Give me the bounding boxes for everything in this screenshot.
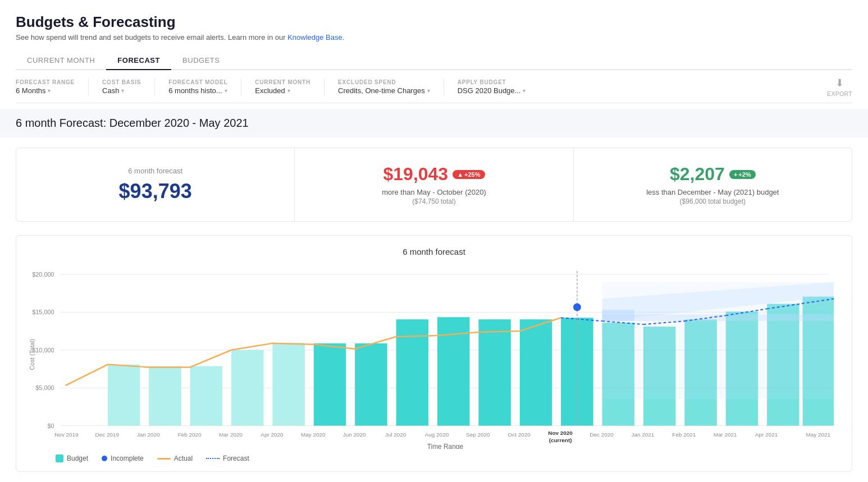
cost-basis-select[interactable]: Cash ▾ — [102, 86, 141, 95]
card-sub-2: more than May - October (2020) — [382, 188, 486, 196]
svg-text:Jul 2020: Jul 2020 — [385, 431, 406, 438]
svg-text:May 2020: May 2020 — [301, 431, 326, 438]
bar-jun2020 — [355, 343, 387, 426]
current-month-select[interactable]: Excluded ▾ — [255, 86, 310, 95]
svg-text:Apr 2020: Apr 2020 — [261, 431, 284, 438]
badge-savings: + +2% — [729, 170, 756, 179]
vs-budget-card: $2,207 + +2% less than December - May (2… — [573, 148, 852, 221]
legend-incomplete: Incomplete — [102, 455, 144, 462]
card-value-1: $93,793 — [119, 180, 192, 203]
apply-budget-select[interactable]: DSG 2020 Budge... ▾ — [458, 86, 526, 95]
tabs-bar: CURRENT MONTH FORECAST BUDGETS — [16, 52, 852, 70]
chart-title: 6 month forecast — [28, 247, 840, 256]
forecast-range-label: FORECAST RANGE — [16, 79, 75, 85]
cost-basis-filter: COST BASIS Cash ▾ — [102, 79, 141, 95]
incomplete-icon — [102, 456, 107, 461]
badge-increase: ▲ +25% — [453, 170, 485, 179]
svg-text:Mar 2020: Mar 2020 — [219, 431, 243, 438]
tab-current-month[interactable]: CURRENT MONTH — [16, 52, 106, 70]
summary-cards: 6 month forecast $93,793 $19,043 ▲ +25% … — [16, 148, 852, 222]
total-forecast-card: 6 month forecast $93,793 — [16, 148, 294, 221]
download-icon: ⬇ — [835, 77, 844, 89]
knowledge-base-link[interactable]: Knowledge Base. — [287, 33, 344, 42]
svg-text:Jan 2020: Jan 2020 — [137, 431, 160, 438]
current-month-filter: CURRENT MONTH Excluded ▾ — [255, 79, 310, 95]
card-sub-3: less than December - May (2021) budget — [646, 188, 779, 196]
svg-text:Nov 2020: Nov 2020 — [548, 430, 573, 436]
cost-basis-label: COST BASIS — [102, 79, 141, 85]
section-heading: 6 month Forecast: December 2020 - May 20… — [16, 117, 852, 130]
filter-divider-3 — [241, 79, 241, 95]
bar-jan2020 — [149, 366, 181, 426]
vs-previous-card: $19,043 ▲ +25% more than May - October (… — [294, 148, 573, 221]
legend-forecast: Forecast — [206, 455, 249, 462]
bar-may2020 — [314, 343, 346, 426]
page-title: Budgets & Forecasting — [16, 13, 852, 31]
legend-actual: Actual — [157, 455, 193, 462]
tab-forecast[interactable]: FORECAST — [106, 52, 171, 70]
bar-dec2019 — [108, 365, 140, 426]
filter-divider-5 — [444, 79, 444, 95]
svg-text:Jun 2020: Jun 2020 — [343, 431, 366, 438]
card-value-3: $2,207 + +2% — [670, 164, 756, 185]
forecast-range-select[interactable]: 6 Months ▾ — [16, 86, 75, 95]
bar-sep2020 — [478, 319, 511, 425]
svg-text:Cost (Total): Cost (Total) — [29, 339, 35, 370]
chevron-down-icon: ▾ — [225, 88, 227, 94]
current-month-label: CURRENT MONTH — [255, 79, 310, 85]
svg-text:Nov 2019: Nov 2019 — [54, 431, 79, 438]
forecast-line-icon — [206, 458, 220, 459]
apply-budget-label: APPLY BUDGET — [458, 79, 526, 85]
svg-text:$0: $0 — [47, 423, 54, 429]
incomplete-label: Incomplete — [111, 455, 144, 462]
svg-text:Feb 2020: Feb 2020 — [178, 431, 202, 438]
svg-text:Feb 2021: Feb 2021 — [672, 431, 696, 438]
chevron-down-icon: ▾ — [427, 88, 430, 94]
svg-text:$10,000: $10,000 — [32, 347, 54, 354]
svg-text:Time Range: Time Range — [427, 443, 464, 449]
chart-container: 6 month forecast $20,000 $15,000 $10,000… — [16, 235, 852, 472]
bar-oct2020 — [520, 319, 552, 425]
bar-mar2020 — [231, 350, 264, 426]
forecast-chart: $20,000 $15,000 $10,000 $5,000 $0 Cost (… — [28, 265, 840, 449]
filter-divider-2 — [154, 79, 155, 95]
chevron-down-icon: ▾ — [121, 88, 124, 94]
legend-budget: Budget — [56, 455, 88, 462]
bar-feb2020 — [190, 366, 223, 426]
svg-text:$5,000: $5,000 — [35, 384, 54, 391]
svg-text:Aug 2020: Aug 2020 — [425, 431, 449, 438]
chevron-down-icon: ▾ — [523, 88, 526, 94]
bar-apr2020 — [272, 343, 305, 426]
card-sub2-2: ($74,750 total) — [412, 198, 455, 205]
forecast-model-label: FORECAST MODEL — [168, 79, 227, 85]
excluded-spend-filter: EXCLUDED SPEND Credits, One-time Charges… — [338, 79, 430, 95]
actual-line-icon — [157, 458, 171, 460]
svg-text:(current): (current) — [549, 437, 572, 443]
apply-budget-filter: APPLY BUDGET DSG 2020 Budge... ▾ — [458, 79, 526, 95]
excluded-spend-label: EXCLUDED SPEND — [338, 79, 430, 85]
svg-text:Oct 2020: Oct 2020 — [508, 431, 531, 438]
budget-label: Budget — [67, 455, 88, 462]
excluded-spend-select[interactable]: Credits, One-time Charges ▾ — [338, 86, 430, 95]
forecast-model-select[interactable]: 6 months histo... ▾ — [168, 86, 227, 95]
card-label-1: 6 month forecast — [128, 167, 182, 175]
chevron-down-icon: ▾ — [287, 88, 290, 94]
svg-text:Apr 2021: Apr 2021 — [755, 431, 778, 438]
svg-text:Sep 2020: Sep 2020 — [466, 431, 490, 438]
chart-wrap: $20,000 $15,000 $10,000 $5,000 $0 Cost (… — [28, 265, 840, 449]
actual-label: Actual — [174, 455, 193, 462]
forecast-range-filter: FORECAST RANGE 6 Months ▾ — [16, 79, 75, 95]
svg-text:Mar 2021: Mar 2021 — [714, 431, 737, 438]
card-sub2-3: ($96,000 total budget) — [680, 198, 746, 205]
page-subtitle: See how spend will trend and set budgets… — [16, 33, 852, 42]
budget-icon — [56, 455, 63, 462]
svg-text:Jan 2021: Jan 2021 — [632, 431, 655, 438]
chart-legend: Budget Incomplete Actual Forecast — [28, 455, 840, 462]
forecast-model-filter: FORECAST MODEL 6 months histo... ▾ — [168, 79, 227, 95]
svg-text:Dec 2020: Dec 2020 — [590, 431, 614, 438]
incomplete-dot — [573, 303, 581, 311]
svg-text:Dec 2019: Dec 2019 — [95, 431, 120, 438]
svg-text:$20,000: $20,000 — [32, 271, 54, 278]
tab-budgets[interactable]: BUDGETS — [171, 52, 231, 70]
export-button[interactable]: ⬇ EXPORT — [827, 77, 852, 97]
